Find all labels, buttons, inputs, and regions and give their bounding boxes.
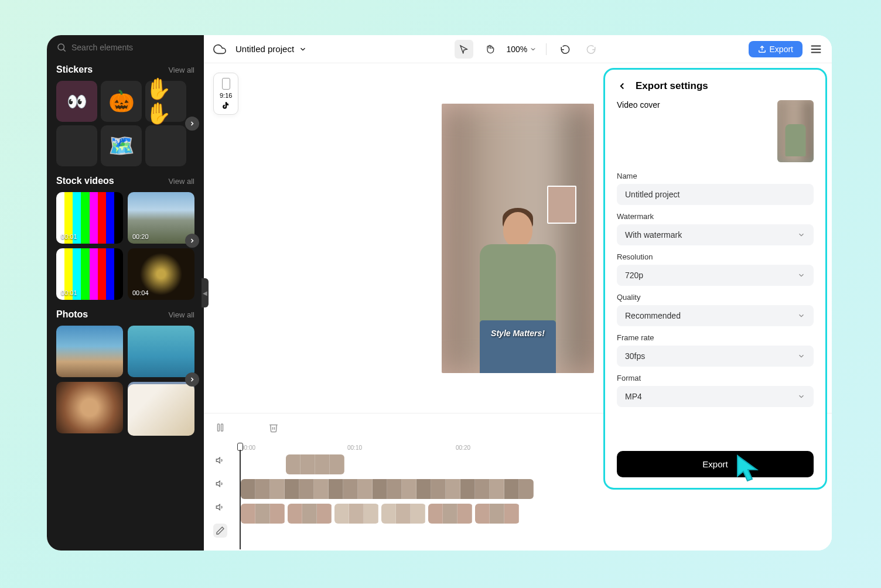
format-select[interactable]: MP4 [617, 386, 814, 407]
zoom-dropdown[interactable]: 100% [506, 45, 537, 54]
timeline-clip[interactable] [381, 504, 426, 524]
watermark-select[interactable]: With watermark [617, 224, 814, 245]
chevron-down-icon [797, 392, 805, 401]
timeline-clip[interactable] [475, 504, 520, 524]
resolution-select[interactable]: 720p [617, 265, 814, 286]
audio-track-icon[interactable] [213, 524, 227, 538]
speaker-icon [216, 479, 225, 488]
time-mark: 00:10 [347, 445, 362, 451]
timeline-clip[interactable] [241, 504, 285, 524]
sticker-item[interactable] [56, 125, 97, 166]
stickers-section: Stickers View all 👀 🎃 ✋✋ 🗺️ [47, 60, 204, 171]
sticker-item[interactable] [145, 125, 186, 166]
name-input[interactable] [617, 184, 814, 205]
search-input[interactable] [71, 43, 194, 52]
resolution-value: 720p [625, 271, 643, 280]
redo-icon [586, 44, 596, 54]
sticker-item[interactable]: 🎃 [101, 81, 142, 122]
photo-item[interactable] [56, 326, 123, 377]
split-button[interactable] [213, 421, 227, 435]
picture-in-picture [547, 186, 576, 224]
audio-track-icon[interactable] [213, 500, 227, 514]
photo-item[interactable] [128, 326, 194, 377]
format-value: MP4 [625, 392, 642, 401]
quality-label: Quality [617, 293, 814, 302]
audio-track-icon[interactable] [213, 477, 227, 491]
name-field-group: Name [617, 172, 814, 205]
export-settings-panel: Export settings Video cover Name Waterma… [603, 68, 827, 490]
export-top-button[interactable]: Export [749, 41, 803, 57]
stock-videos-view-all[interactable]: View all [168, 177, 194, 186]
stock-videos-section: Stock videos View all 00:01 00:20 00:01 … [47, 171, 204, 305]
scroll-next-button[interactable] [185, 234, 199, 248]
elements-sidebar: Stickers View all 👀 🎃 ✋✋ 🗺️ Stock videos… [47, 35, 204, 551]
scroll-next-button[interactable] [185, 117, 199, 131]
project-name-text: Untitled project [235, 44, 294, 54]
framerate-value: 30fps [625, 351, 645, 361]
scroll-next-button[interactable] [185, 372, 199, 387]
hand-tool-button[interactable] [480, 40, 499, 59]
photo-item[interactable] [128, 384, 194, 436]
quality-select[interactable]: Recommended [617, 305, 814, 326]
sticker-item[interactable]: 🗺️ [101, 125, 142, 166]
cloud-icon[interactable] [213, 43, 226, 56]
top-toolbar: Untitled project 100% [204, 35, 832, 63]
timeline-clip[interactable] [334, 504, 379, 524]
audio-track-icon[interactable] [213, 453, 227, 467]
video-item[interactable]: 00:01 [56, 192, 123, 244]
aspect-rect-icon [222, 78, 230, 90]
photos-section: Photos View all [47, 305, 204, 443]
undo-button[interactable] [556, 40, 575, 59]
chevron-down-icon [797, 312, 805, 320]
chevron-right-icon [189, 120, 196, 127]
photos-view-all[interactable]: View all [168, 310, 194, 319]
back-button[interactable] [617, 81, 627, 91]
search-bar[interactable] [47, 35, 204, 60]
sticker-item[interactable]: ✋✋ [145, 81, 186, 122]
timeline-clip[interactable] [241, 479, 534, 499]
aspect-ratio-badge[interactable]: 9:16 [213, 73, 238, 115]
video-duration: 00:01 [61, 289, 77, 296]
menu-icon[interactable] [810, 43, 822, 56]
track-row[interactable] [236, 502, 832, 525]
resolution-field-group: Resolution 720p [617, 252, 814, 286]
photo-item[interactable] [56, 382, 123, 433]
trash-icon [268, 422, 279, 433]
framerate-select[interactable]: 30fps [617, 346, 814, 367]
sidebar-collapse-handle[interactable]: ◀ [202, 278, 209, 307]
app-window: Stickers View all 👀 🎃 ✋✋ 🗺️ Stock videos… [47, 35, 832, 551]
redo-button[interactable] [582, 40, 600, 59]
pointer-icon [459, 45, 469, 54]
format-label: Format [617, 374, 814, 382]
project-name-dropdown[interactable]: Untitled project [235, 44, 307, 54]
timeline-clip[interactable] [428, 504, 473, 524]
video-duration: 00:04 [132, 289, 149, 296]
timeline-clip[interactable] [288, 504, 332, 524]
tiktok-icon [222, 101, 230, 110]
track-icons-column [204, 442, 236, 551]
zoom-value: 100% [506, 45, 527, 54]
svg-marker-11 [216, 457, 220, 463]
time-mark: 00:20 [456, 445, 470, 451]
export-action-button[interactable]: Export [617, 451, 814, 477]
export-panel-header: Export settings [617, 80, 814, 92]
toolbar-divider [546, 43, 547, 55]
video-item[interactable]: 00:01 [56, 248, 123, 300]
stickers-view-all[interactable]: View all [168, 66, 194, 74]
hand-icon [485, 45, 494, 54]
video-duration: 00:01 [61, 233, 77, 240]
timeline-clip[interactable] [286, 454, 344, 474]
sticker-item[interactable]: 👀 [56, 81, 97, 122]
canvas-preview[interactable]: Style Matters! [442, 104, 594, 373]
svg-rect-5 [218, 424, 220, 431]
stock-videos-title: Stock videos [56, 176, 114, 186]
video-cover-thumbnail[interactable] [777, 100, 814, 162]
chevron-right-icon [189, 237, 196, 244]
video-item[interactable]: 00:04 [128, 248, 194, 300]
resolution-label: Resolution [617, 252, 814, 261]
delete-button[interactable] [267, 421, 281, 435]
video-cover-row: Video cover [617, 100, 814, 162]
video-item[interactable]: 00:20 [128, 192, 194, 244]
svg-point-0 [58, 44, 64, 50]
pointer-tool-button[interactable] [455, 40, 473, 59]
